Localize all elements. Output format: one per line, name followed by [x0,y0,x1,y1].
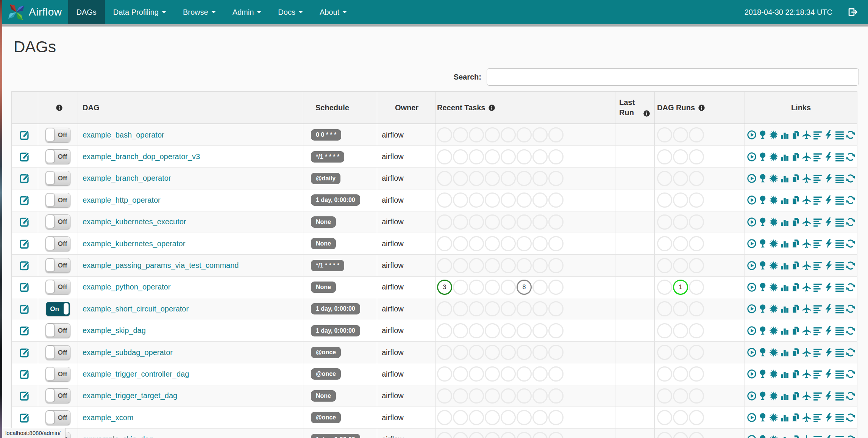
task-state-circle[interactable] [437,258,452,273]
dag-run-circle[interactable] [689,388,704,404]
logs-icon[interactable] [835,369,845,379]
task-tries-icon[interactable] [791,130,801,140]
logs-icon[interactable] [835,435,845,438]
landing-times-icon[interactable] [802,326,812,336]
logs-icon[interactable] [835,282,845,292]
task-state-circle[interactable] [453,280,468,295]
task-duration-icon[interactable] [780,435,790,438]
code-view-icon[interactable] [824,174,834,183]
task-state-circle[interactable] [548,323,564,338]
dag-name-link[interactable]: example_trigger_controller_dag [83,370,189,379]
code-view-icon[interactable] [824,152,834,162]
logs-icon[interactable] [835,195,845,205]
task-state-circle[interactable] [501,192,516,208]
task-state-circle[interactable] [532,236,548,251]
task-state-circle[interactable] [453,366,468,382]
trigger-dag-icon[interactable] [747,239,757,249]
dag-name-link[interactable]: example_subdag_operator [83,348,173,357]
tree-view-icon[interactable] [758,391,768,401]
dag-run-circle[interactable] [689,366,704,382]
task-state-circle[interactable] [501,258,516,273]
task-duration-icon[interactable] [780,304,790,314]
nav-item[interactable]: Browse [175,0,224,24]
trigger-dag-icon[interactable] [747,174,757,183]
task-state-circle[interactable] [517,236,532,251]
code-view-icon[interactable] [824,413,834,422]
task-tries-icon[interactable] [791,326,801,336]
trigger-dag-icon[interactable] [747,326,757,336]
task-state-circle[interactable] [437,366,452,382]
task-state-circle[interactable] [485,149,500,164]
logs-icon[interactable] [835,152,845,162]
task-state-circle[interactable] [469,301,484,316]
dag-run-circle[interactable] [657,171,672,186]
tree-view-icon[interactable] [758,369,768,379]
task-tries-icon[interactable] [791,347,801,357]
task-state-circle[interactable] [453,388,468,404]
dag-pause-toggle[interactable]: Off [45,193,70,208]
task-state-circle[interactable]: 3 [437,280,452,295]
edit-dag-icon[interactable] [19,151,31,163]
task-state-circle[interactable] [453,149,468,164]
graph-view-icon[interactable] [769,130,779,140]
refresh-icon[interactable] [846,217,856,227]
task-state-circle[interactable] [469,258,484,273]
dag-run-circle[interactable] [657,323,672,338]
task-state-circle[interactable] [485,214,500,230]
tree-view-icon[interactable] [758,347,768,357]
dag-pause-toggle[interactable]: Off [45,388,70,403]
task-state-circle[interactable] [517,127,532,142]
tree-view-icon[interactable] [758,217,768,227]
task-state-circle[interactable] [437,301,452,316]
refresh-icon[interactable] [846,435,856,438]
trigger-dag-icon[interactable] [747,195,757,205]
task-state-circle[interactable] [501,345,516,360]
dag-run-circle[interactable] [673,127,688,142]
task-state-circle[interactable] [517,345,532,360]
schedule-badge[interactable]: None [311,282,336,293]
schedule-badge[interactable]: None [311,216,336,228]
task-state-circle[interactable] [453,323,468,338]
task-state-circle[interactable] [517,214,532,230]
refresh-icon[interactable] [846,326,856,336]
task-state-circle[interactable] [437,192,452,208]
graph-view-icon[interactable] [769,391,779,401]
task-state-circle[interactable] [437,345,452,360]
task-state-circle[interactable] [485,301,500,316]
dag-run-circle[interactable] [657,149,672,164]
gantt-view-icon[interactable] [813,326,823,336]
task-state-circle[interactable] [453,301,468,316]
task-state-circle[interactable] [501,236,516,251]
dag-run-circle[interactable] [657,280,672,295]
task-tries-icon[interactable] [791,304,801,314]
nav-item[interactable]: Data Profiling [105,0,175,24]
dag-pause-toggle[interactable]: Off [45,236,70,251]
task-state-circle[interactable] [548,280,564,295]
task-state-circle[interactable] [517,388,532,404]
dag-run-circle[interactable] [673,388,688,404]
task-state-circle[interactable] [548,149,564,164]
edit-dag-icon[interactable] [19,129,31,141]
dag-run-circle[interactable] [689,171,704,186]
schedule-badge[interactable]: */1 * * * * [311,151,344,163]
refresh-icon[interactable] [846,195,856,205]
task-state-circle[interactable] [469,280,484,295]
task-duration-icon[interactable] [780,217,790,227]
refresh-icon[interactable] [846,282,856,292]
dag-pause-toggle[interactable]: Off [45,214,70,229]
schedule-badge[interactable]: @daily [311,173,340,184]
schedule-badge[interactable]: 1 day, 0:00:00 [311,325,360,336]
nav-item[interactable]: About [311,0,355,24]
task-state-circle[interactable] [469,410,484,425]
gantt-view-icon[interactable] [813,261,823,271]
code-view-icon[interactable] [824,261,834,271]
task-state-circle[interactable] [501,366,516,382]
code-view-icon[interactable] [824,347,834,357]
task-state-circle[interactable] [548,388,564,404]
schedule-badge[interactable]: 1 day, 0:00:00 [311,303,360,314]
trigger-dag-icon[interactable] [747,304,757,314]
task-state-circle[interactable] [548,192,564,208]
task-state-circle[interactable] [453,432,468,438]
edit-dag-icon[interactable] [19,260,31,271]
code-view-icon[interactable] [824,195,834,205]
